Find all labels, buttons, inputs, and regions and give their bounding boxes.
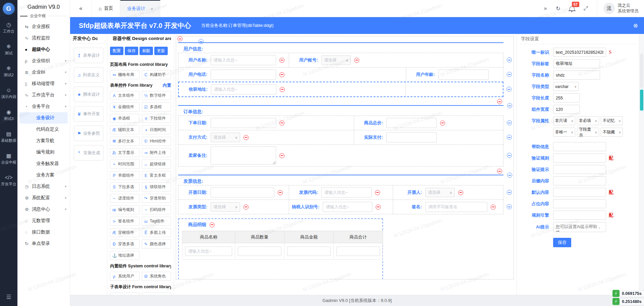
control-item[interactable]: ☑多选框	[142, 102, 171, 112]
collapse-row-button[interactable]	[507, 190, 512, 195]
configure-button[interactable]: 配	[609, 189, 613, 195]
setting-textarea[interactable]	[553, 222, 606, 232]
remove-field-button[interactable]	[491, 205, 496, 210]
collapse-row-button[interactable]	[507, 204, 512, 209]
control-item[interactable]: ↷穿透帮助	[142, 194, 171, 203]
tab-close-icon[interactable]: ×	[151, 6, 153, 11]
remove-field-button[interactable]	[244, 135, 249, 140]
field-select[interactable]: 请选择∨	[425, 188, 455, 197]
remove-field-button[interactable]	[375, 190, 380, 195]
control-item[interactable]: œ编号规则	[110, 205, 140, 214]
control-item[interactable]: ↭栅格布局	[110, 70, 140, 79]
field-input[interactable]	[211, 118, 276, 128]
rail-item[interactable]: ◉测试3	[1, 110, 16, 121]
control-item[interactable]: ωTag组件	[142, 217, 171, 226]
sidebar-item[interactable]: ◌接口数据	[17, 226, 70, 238]
expand-icon[interactable]: »	[544, 5, 547, 11]
rail-item[interactable]: ❄测试2	[1, 66, 16, 78]
control-item[interactable]: §添加附表	[142, 293, 171, 295]
control-item[interactable]: ✎颜色选择	[142, 239, 171, 249]
configure-button[interactable]: 配	[609, 212, 613, 218]
table-cell-input[interactable]	[185, 247, 232, 256]
toolbar-刷新-button[interactable]: 刷新	[140, 47, 153, 55]
form-row[interactable]: 下单日期:商品总价:	[178, 116, 503, 130]
collapse-row-button[interactable]	[507, 57, 512, 62]
control-item[interactable]: ½数字组件	[142, 91, 171, 100]
control-item[interactable]: Æ穿梭组件	[110, 228, 140, 237]
refresh-icon[interactable]: ↻	[556, 5, 560, 12]
control-item[interactable]: ⇒附件上传	[142, 148, 171, 157]
scrollbar-thumb[interactable]	[640, 53, 643, 88]
sidebar-item[interactable]: 代码自定义	[17, 124, 70, 135]
sidebar-item-active[interactable]: 业务设计	[19, 112, 68, 124]
detail-subtable[interactable]: 商品明细商品名称商品数量商品金额商品合计	[178, 218, 383, 279]
tab-active[interactable]: 业务设计×	[120, 0, 160, 17]
remove-field-button[interactable]	[280, 87, 285, 92]
control-item[interactable]: S下拉多选	[110, 182, 140, 191]
toolbar-更新-button[interactable]: 更新	[154, 47, 168, 55]
page-scrollbar[interactable]	[639, 34, 644, 295]
form-row[interactable]: 发票类型:请选择∨纳税人识别号:签名:	[178, 200, 503, 214]
setting-select[interactable]: 非只读∨	[553, 116, 575, 125]
control-item[interactable]: ~扫码组件	[142, 205, 171, 214]
control-item[interactable]: ↔超级链接	[142, 160, 171, 169]
rail-item[interactable]: </>开发平台	[1, 175, 16, 187]
collapse-row-button[interactable]	[507, 103, 512, 108]
remove-field-button[interactable]	[458, 190, 463, 195]
collapse-row-button[interactable]	[507, 120, 512, 125]
control-item[interactable]: §级联组件	[142, 182, 171, 191]
sidebar-item[interactable]: ⚙系统配置▾	[17, 192, 70, 204]
form-row[interactable]: 卖家备注:	[178, 144, 503, 167]
save-button[interactable]: 保存	[553, 238, 571, 247]
fullscreen-icon[interactable]: ⤢	[584, 5, 588, 11]
setting-select[interactable]: 字段显示∨	[577, 128, 599, 137]
field-input[interactable]	[386, 132, 437, 142]
toolbar-保存-button[interactable]: 保存	[125, 47, 138, 55]
rail-item[interactable]: ▦企业中枢	[1, 153, 16, 165]
field-input[interactable]	[386, 118, 437, 128]
setting-select[interactable]: 不隐藏∨	[601, 128, 623, 137]
control-item[interactable]: Θ系统角色	[142, 272, 171, 281]
collapse-row-button[interactable]	[507, 135, 512, 140]
setting-input[interactable]	[553, 154, 606, 163]
field-input[interactable]	[211, 84, 276, 94]
setting-input[interactable]	[553, 48, 606, 57]
user-menu[interactable]: 流 流之云 系统管理员	[597, 0, 639, 17]
field-select[interactable]: 请选择∨	[211, 133, 240, 142]
table-cell-input[interactable]	[336, 247, 380, 256]
control-item[interactable]: P单图组件	[110, 171, 140, 180]
setting-select[interactable]: 不记忆∨	[601, 116, 623, 125]
control-item[interactable]: 〓多行文本	[110, 137, 140, 146]
table-cell-input[interactable]	[238, 247, 281, 256]
field-input[interactable]	[211, 55, 276, 65]
configure-button[interactable]: 配	[609, 155, 613, 161]
control-item[interactable]: E富文本框	[142, 171, 171, 180]
field-input[interactable]	[211, 70, 276, 80]
setting-input[interactable]	[553, 211, 606, 220]
table-cell-input[interactable]	[287, 247, 331, 256]
remove-form-button[interactable]	[177, 36, 182, 41]
form-row[interactable]: 用户电话:用户年龄:	[178, 67, 503, 82]
field-select[interactable]: 请选择∨	[211, 202, 240, 212]
collapse-row-button[interactable]	[199, 39, 204, 44]
sidebar-item[interactable]: 业务方案	[17, 169, 70, 181]
control-item[interactable]: Æ辅助文本	[110, 125, 140, 134]
dev-center-button[interactable]: ♫列表定义	[74, 67, 103, 83]
form-row-selected[interactable]: 收获地址:	[178, 82, 503, 97]
field-input[interactable]	[425, 202, 487, 212]
setting-select[interactable]: varchar∨	[553, 82, 579, 91]
sidebar-item[interactable]: ⇆企业授权	[17, 21, 70, 32]
sidebar-item[interactable]: ∿流程监控	[17, 32, 70, 44]
notifications-bell-icon[interactable]: 57	[570, 6, 575, 10]
control-item[interactable]: あ文字显示	[110, 148, 140, 157]
field-input[interactable]	[438, 70, 489, 80]
collapse-row-button[interactable]	[507, 153, 512, 158]
sidebar-item[interactable]: 编号规则	[17, 146, 70, 158]
setting-select[interactable]: 非必填∨	[577, 116, 599, 125]
remove-field-button[interactable]	[376, 205, 381, 210]
field-input[interactable]	[321, 187, 372, 198]
app-logo[interactable]: G	[3, 3, 15, 15]
collapse-row-button[interactable]	[507, 72, 512, 77]
form-row[interactable]: 开票日期:发票代码:开票人:请选择∨	[178, 185, 503, 200]
form-container[interactable]: 用户信息:用户名称:用户账号:请选择∨用户电话:用户年龄:收获地址:订单信息:下…	[176, 36, 514, 279]
